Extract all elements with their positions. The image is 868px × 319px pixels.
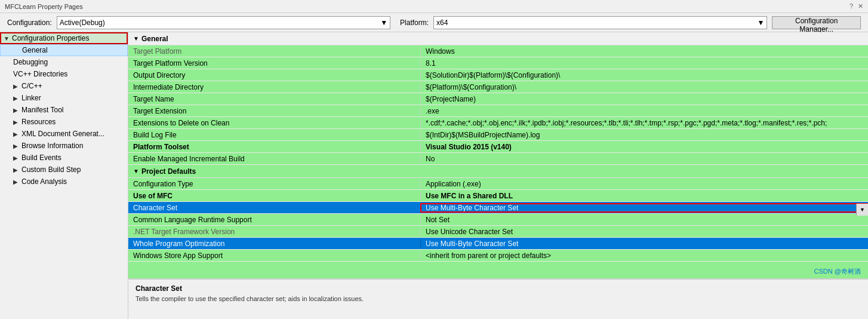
sidebar-label-code-analysis: Code Analysis (21, 177, 67, 186)
sidebar-item-debugging[interactable]: Debugging (0, 56, 128, 68)
prop-name-use-mfc: Use of MFC (128, 192, 421, 200)
sidebar-label-vc-directories: VC++ Directories (13, 70, 67, 78)
prop-value-target-extension: .exe (421, 107, 868, 115)
prop-value-target-platform: Windows (421, 47, 868, 56)
prop-value-target-platform-version: 8.1 (421, 59, 868, 68)
description-title: Character Set (136, 284, 861, 293)
sidebar-item-resources[interactable]: ▶ Resources (0, 116, 128, 128)
sidebar-label-resources: Resources (21, 118, 56, 126)
sidebar-label-custom-build: Custom Build Step (21, 165, 81, 174)
sidebar-item-browse-info[interactable]: ▶ Browse Information (0, 140, 128, 152)
config-dropdown-arrow: ▼ (380, 19, 387, 27)
configuration-manager-button[interactable]: Configuration Manager... (772, 16, 861, 29)
sidebar-item-custom-build[interactable]: ▶ Custom Build Step (0, 164, 128, 176)
tree-arrow-cpp: ▶ (13, 83, 21, 90)
watermark: CSDN @奇树酒 (814, 267, 861, 276)
prop-name-build-log: Build Log File (128, 131, 421, 139)
sidebar-item-code-analysis[interactable]: ▶ Code Analysis (0, 176, 128, 188)
prop-row-target-platform[interactable]: Target Platform Windows (128, 45, 868, 57)
prop-row-windows-store[interactable]: Windows Store App Support <inherit from … (128, 250, 868, 262)
sidebar-item-cpp[interactable]: ▶ C/C++ (0, 80, 128, 92)
prop-row-common-language[interactable]: Common Language Runtime Support Not Set (128, 214, 868, 226)
tree-arrow-xml: ▶ (13, 131, 21, 137)
prop-value-target-name: $(ProjectName) (421, 95, 868, 103)
project-defaults-header: ▼ Project Defaults (128, 165, 868, 178)
prop-name-whole-program: Whole Program Optimization (128, 240, 421, 248)
sidebar-label-manifest-tool: Manifest Tool (21, 106, 63, 114)
prop-row-enable-managed[interactable]: Enable Managed Incremental Build No (128, 153, 868, 165)
prop-row-use-mfc[interactable]: Use of MFC Use MFC in a Shared DLL (128, 190, 868, 202)
project-defaults-arrow: ▼ (133, 168, 139, 174)
prop-row-empty1 (128, 262, 868, 278)
prop-value-config-type: Application (.exe) (421, 180, 868, 188)
sidebar-label-linker: Linker (21, 94, 41, 102)
prop-row-platform-toolset[interactable]: Platform Toolset Visual Studio 2015 (v14… (128, 141, 868, 153)
prop-value-intermediate-directory: $(Platform)\$(Configuration)\ (421, 83, 868, 91)
sidebar-item-manifest-tool[interactable]: ▶ Manifest Tool (0, 104, 128, 116)
main-container: ▼ Configuration Properties General Debug… (0, 32, 868, 319)
prop-name-target-platform-version: Target Platform Version (128, 59, 421, 68)
tree-arrow-manifest: ▶ (13, 107, 21, 114)
sidebar-label-browse-info: Browse Information (21, 142, 83, 150)
prop-name-enable-managed: Enable Managed Incremental Build (128, 155, 421, 163)
character-set-dropdown-button[interactable]: ▼ (856, 204, 868, 216)
prop-name-common-language: Common Language Runtime Support (128, 216, 421, 224)
prop-name-config-type: Configuration Type (128, 180, 421, 188)
prop-value-common-language: Not Set (421, 216, 868, 224)
general-section-label: General (141, 35, 168, 43)
sidebar: ▼ Configuration Properties General Debug… (0, 32, 128, 319)
prop-value-windows-store: <inherit from parent or project defaults… (421, 251, 868, 260)
prop-row-target-extension[interactable]: Target Extension .exe (128, 105, 868, 117)
prop-name-platform-toolset: Platform Toolset (128, 143, 421, 151)
sidebar-item-linker[interactable]: ▶ Linker (0, 92, 128, 104)
prop-row-target-name[interactable]: Target Name $(ProjectName) (128, 93, 868, 105)
prop-name-extensions-delete: Extensions to Delete on Clean (128, 119, 421, 127)
description-text: Tells the compiler to use the specified … (136, 295, 861, 302)
description-panel: Character Set Tells the compiler to use … (128, 278, 868, 319)
prop-value-character-set: Use Multi-Byte Character Set (421, 204, 868, 212)
prop-name-target-extension: Target Extension (128, 107, 421, 115)
configuration-select[interactable]: Active(Debug) ▼ (57, 16, 390, 29)
prop-value-use-mfc: Use MFC in a Shared DLL (421, 192, 868, 200)
tree-arrow-resources: ▶ (13, 119, 21, 125)
prop-row-whole-program[interactable]: Whole Program Optimization Use Multi-Byt… (128, 238, 868, 250)
prop-value-net-target: Use Unicode Character Set (421, 228, 868, 236)
content-area: ▼ General Target Platform Windows Target… (128, 32, 868, 319)
prop-row-intermediate-directory[interactable]: Intermediate Directory $(Platform)\$(Con… (128, 81, 868, 93)
title-bar: MFCLearn Property Pages ? ✕ (0, 0, 868, 13)
prop-row-build-log[interactable]: Build Log File $(IntDir)$(MSBuildProject… (128, 129, 868, 141)
platform-dropdown-arrow: ▼ (757, 19, 764, 27)
sidebar-label-general: General (22, 46, 48, 54)
help-button[interactable]: ? (849, 2, 853, 10)
config-bar: Configuration: Active(Debug) ▼ Platform:… (0, 13, 868, 32)
window-title: MFCLearn Property Pages (5, 3, 83, 10)
prop-row-extensions-delete[interactable]: Extensions to Delete on Clean *.cdf;*.ca… (128, 117, 868, 129)
tree-arrow-linker: ▶ (13, 95, 21, 102)
prop-row-character-set[interactable]: Character Set Use Multi-Byte Character S… (128, 202, 868, 214)
prop-name-output-directory: Output Directory (128, 71, 421, 79)
sidebar-item-vc-directories[interactable]: VC++ Directories (0, 68, 128, 80)
close-button[interactable]: ✕ (858, 2, 863, 10)
sidebar-item-configuration-properties[interactable]: ▼ Configuration Properties (0, 32, 128, 44)
prop-value-output-directory: $(SolutionDir)$(Platform)\$(Configuratio… (421, 71, 868, 79)
tree-arrow-browse: ▶ (13, 143, 21, 149)
platform-select[interactable]: x64 ▼ (433, 16, 767, 29)
prop-value-extensions-delete: *.cdf;*.cache;*.obj;*.obj.enc;*.ilk;*.ip… (421, 119, 868, 127)
sidebar-label-debugging: Debugging (13, 58, 48, 66)
prop-row-target-platform-version[interactable]: Target Platform Version 8.1 (128, 57, 868, 69)
sidebar-item-general[interactable]: General (0, 44, 128, 56)
prop-value-build-log: $(IntDir)$(MSBuildProjectName).log (421, 131, 868, 139)
prop-row-output-directory[interactable]: Output Directory $(SolutionDir)$(Platfor… (128, 69, 868, 81)
sidebar-item-xml-document[interactable]: ▶ XML Document Generat... (0, 128, 128, 140)
prop-name-target-platform: Target Platform (128, 47, 421, 56)
prop-name-character-set: Character Set (128, 204, 421, 212)
tree-arrow-config: ▼ (4, 35, 12, 42)
general-section-header: ▼ General (128, 32, 868, 45)
prop-row-net-target[interactable]: .NET Target Framework Version Use Unicod… (128, 226, 868, 238)
sidebar-label-xml: XML Document Generat... (21, 130, 104, 138)
prop-row-config-type[interactable]: Configuration Type Application (.exe) (128, 178, 868, 190)
sidebar-item-build-events[interactable]: ▶ Build Events (0, 152, 128, 164)
sidebar-label-configuration-properties: Configuration Properties (12, 34, 89, 42)
prop-value-whole-program: Use Multi-Byte Character Set (421, 240, 868, 248)
tree-arrow-build-events: ▶ (13, 155, 21, 161)
